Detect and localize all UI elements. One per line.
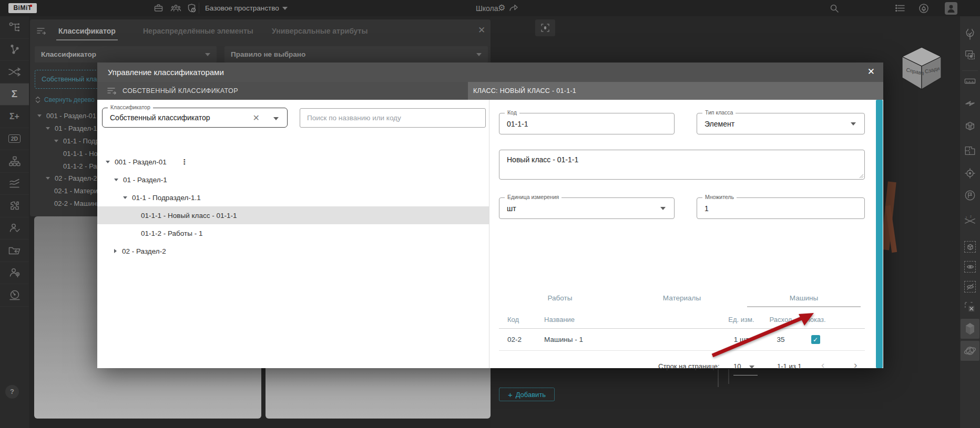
chevron-down-icon[interactable] bbox=[660, 207, 666, 210]
multiplier-field[interactable]: Множитель 1 bbox=[697, 197, 865, 219]
class-type-select[interactable]: Тип класса Элемент bbox=[697, 113, 865, 134]
pane-divider bbox=[489, 100, 489, 368]
tree-item[interactable]: 01-1-2 - Работы - 1 bbox=[97, 224, 489, 242]
tree-options-icon[interactable] bbox=[107, 87, 117, 95]
add-button[interactable]: +Добавить bbox=[499, 388, 555, 401]
dialog-title-bar: Управление классификаторами ✕ bbox=[97, 62, 883, 82]
classifier-select[interactable]: Классификатор Собственный классификатор … bbox=[102, 108, 288, 128]
modal-tree: 001 - Раздел-01 ⋮ 01 - Раздел-1 01-1 - П… bbox=[97, 153, 489, 260]
item-menu-icon[interactable]: ⋮ bbox=[181, 158, 188, 166]
next-page-icon[interactable]: › bbox=[854, 359, 857, 371]
tab-works[interactable]: Работы bbox=[499, 294, 621, 302]
right-section-header: КЛАСС: НОВЫЙ КЛАСС - 01-1-1 bbox=[468, 82, 883, 100]
code-field[interactable]: Код 01-1-1 bbox=[499, 113, 675, 134]
resize-grip-icon[interactable] bbox=[859, 173, 864, 179]
chevron-down-icon[interactable] bbox=[273, 117, 279, 120]
classifier-select-value: Собственный классификатор bbox=[110, 108, 210, 127]
clear-icon[interactable]: ✕ bbox=[253, 113, 260, 123]
dialog-title: Управление классификаторами bbox=[108, 68, 224, 77]
tree-item[interactable]: 001 - Раздел-01 ⋮ bbox=[97, 153, 489, 171]
unit-select[interactable]: Единица измерения шт bbox=[499, 197, 675, 219]
modal-scrollbar[interactable] bbox=[876, 100, 883, 368]
col-name: Название bbox=[544, 310, 575, 328]
close-icon[interactable]: ✕ bbox=[867, 67, 875, 77]
annotation-arrow bbox=[676, 294, 828, 372]
tree-item[interactable]: 01 - Раздел-1 bbox=[97, 171, 489, 189]
search-input[interactable]: Поиск по названию или коду bbox=[300, 108, 486, 128]
description-textarea[interactable]: Новый класс - 01-1-1 bbox=[499, 150, 865, 180]
tree-item[interactable]: 01-1 - Подраздел-1.1 bbox=[97, 189, 489, 206]
classifier-management-dialog: Управление классификаторами ✕ СОБСТВЕННЫ… bbox=[97, 62, 883, 368]
col-code: Код bbox=[507, 310, 519, 328]
chevron-down-icon[interactable] bbox=[851, 122, 856, 126]
left-section-header: СОБСТВЕННЫЙ КЛАССИФИКАТОР bbox=[97, 82, 468, 100]
tree-item-selected[interactable]: 01-1-1 - Новый класс - 01-1-1 bbox=[97, 206, 489, 224]
tree-item[interactable]: 02 - Раздел-2 bbox=[97, 242, 489, 260]
